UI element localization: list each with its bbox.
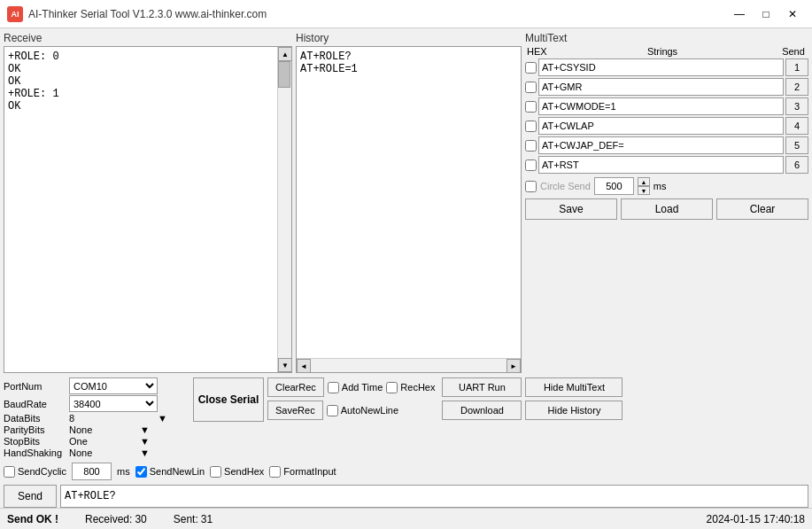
send-options-row: SendCyclic ms SendNewLin SendHex FormatI… bbox=[4, 463, 808, 480]
title-bar: AI AI-Thinker Serial Tool V1.2.3.0 www.a… bbox=[0, 0, 812, 28]
mt-row-4-checkbox[interactable] bbox=[525, 140, 537, 152]
history-panel: History ◄ ► bbox=[296, 32, 522, 373]
history-label: History bbox=[296, 32, 522, 44]
paritybits-row: ParityBits None ▼ bbox=[4, 424, 189, 435]
status-bar: Send OK ! Received: 30 Sent: 31 2024-01-… bbox=[0, 508, 812, 529]
received-value: 30 bbox=[135, 513, 146, 525]
paritybits-label: ParityBits bbox=[4, 424, 69, 435]
download-button[interactable]: Download bbox=[442, 401, 522, 420]
sent-label: Sent: bbox=[174, 513, 198, 525]
window-controls: — □ ✕ bbox=[727, 4, 805, 24]
speed-spinner: ▲ ▼ bbox=[638, 177, 650, 195]
receive-panel: Receive ▲ ▼ bbox=[4, 32, 292, 373]
databits-label: DataBits bbox=[4, 413, 69, 424]
mt-row-1-input[interactable] bbox=[538, 78, 784, 96]
hscroll-track bbox=[311, 359, 507, 372]
mt-row-3-input[interactable] bbox=[538, 117, 784, 135]
circle-speed-input[interactable] bbox=[594, 177, 634, 195]
databits-arrow: ▼ bbox=[158, 413, 167, 424]
port-settings: PortNum COM10 BaudRate 38400 DataBits 8 … bbox=[4, 377, 189, 458]
sendhex-checkbox[interactable] bbox=[210, 466, 221, 478]
minimize-button[interactable]: — bbox=[727, 4, 752, 24]
save-button[interactable]: Save bbox=[525, 198, 617, 220]
send-input[interactable] bbox=[60, 485, 808, 508]
mt-rows: 1 2 3 4 5 6 bbox=[525, 58, 808, 174]
right-bottom-row: Download Hide History bbox=[442, 401, 623, 420]
mt-row-3-checkbox[interactable] bbox=[525, 121, 537, 132]
speed-down-btn[interactable]: ▼ bbox=[638, 186, 650, 195]
clear-button[interactable]: Clear bbox=[716, 198, 808, 220]
mt-row-5-send-btn[interactable]: 6 bbox=[785, 156, 808, 174]
mt-row-5-input[interactable] bbox=[538, 156, 784, 174]
app-logo: AI bbox=[7, 6, 23, 22]
handshaking-arrow: ▼ bbox=[140, 447, 150, 458]
right-top-row: UART Run Hide MultiText bbox=[442, 377, 623, 397]
uart-run-button[interactable]: UART Run bbox=[442, 377, 522, 397]
right-buttons: UART Run Hide MultiText Download Hide Hi… bbox=[442, 377, 623, 420]
rec-top-row: ClearRec Add Time RecHex bbox=[267, 377, 435, 397]
sendhex-label: SendHex bbox=[210, 466, 264, 478]
scroll-thumb bbox=[278, 61, 290, 88]
sendnewlin-checkbox[interactable] bbox=[135, 466, 147, 478]
circle-send-checkbox[interactable] bbox=[525, 181, 537, 192]
formatinput-label: FormatInput bbox=[269, 466, 336, 478]
portnum-row: PortNum COM10 bbox=[4, 377, 189, 394]
close-serial-button[interactable]: Close Serial bbox=[193, 377, 264, 422]
stopbits-row: StopBits One ▼ bbox=[4, 436, 189, 447]
autonewline-checkbox[interactable] bbox=[327, 405, 338, 416]
circle-send-label: Circle Send bbox=[540, 181, 591, 191]
mt-row-2-send-btn[interactable]: 3 bbox=[785, 97, 808, 115]
hide-history-button[interactable]: Hide History bbox=[525, 401, 623, 420]
portnum-label: PortNum bbox=[4, 381, 69, 392]
mid-row: PortNum COM10 BaudRate 38400 DataBits 8 … bbox=[4, 377, 808, 458]
rechex-label: RecHex bbox=[386, 382, 435, 393]
rec-bottom-row: SaveRec AutoNewLine bbox=[267, 401, 435, 420]
sendcyclic-checkbox[interactable] bbox=[4, 466, 15, 478]
mt-row-2-input[interactable] bbox=[538, 97, 784, 115]
receive-textarea[interactable] bbox=[4, 47, 277, 372]
datetime: 2024-01-15 17:40:18 bbox=[707, 513, 805, 525]
stopbits-arrow: ▼ bbox=[140, 436, 150, 447]
send-col-header: Send bbox=[780, 46, 807, 57]
speed-up-btn[interactable]: ▲ bbox=[638, 177, 650, 186]
mt-row-1-send-btn[interactable]: 2 bbox=[785, 78, 808, 96]
receive-scrollbar[interactable]: ▲ ▼ bbox=[277, 47, 291, 372]
mt-row-0-input[interactable] bbox=[538, 58, 784, 76]
scroll-up-btn[interactable]: ▲ bbox=[278, 47, 292, 61]
saverec-button[interactable]: SaveRec bbox=[267, 401, 323, 420]
clearrec-button[interactable]: ClearRec bbox=[267, 377, 324, 397]
close-serial-container: Close Serial bbox=[193, 377, 264, 422]
mt-row-1-checkbox[interactable] bbox=[525, 82, 537, 93]
formatinput-checkbox[interactable] bbox=[269, 466, 281, 478]
databits-value: 8 bbox=[69, 413, 140, 424]
send-button[interactable]: Send bbox=[4, 485, 57, 508]
rec-controls: ClearRec Add Time RecHex SaveRec AutoNew… bbox=[267, 377, 435, 420]
handshaking-value: None bbox=[69, 447, 122, 458]
mt-row-3-send-btn[interactable]: 4 bbox=[785, 117, 808, 135]
mt-row-0-send-btn[interactable]: 1 bbox=[785, 58, 808, 76]
send-input-row: Send bbox=[4, 485, 808, 508]
portnum-select[interactable]: COM10 bbox=[69, 377, 158, 394]
hscroll-left-btn[interactable]: ◄ bbox=[297, 359, 311, 373]
received-label: Received: bbox=[85, 513, 132, 525]
mt-row-5-checkbox[interactable] bbox=[525, 159, 537, 171]
mt-row-4-input[interactable] bbox=[538, 136, 784, 154]
receive-label: Receive bbox=[4, 32, 292, 44]
addtime-checkbox[interactable] bbox=[328, 382, 339, 393]
cyclic-value-input[interactable] bbox=[72, 463, 112, 480]
maximize-button[interactable]: □ bbox=[754, 4, 778, 24]
baudrate-select[interactable]: 38400 bbox=[69, 395, 158, 412]
hide-multitext-button[interactable]: Hide MultiText bbox=[525, 377, 623, 397]
scroll-track bbox=[278, 61, 291, 358]
close-button[interactable]: ✕ bbox=[780, 4, 805, 24]
mt-row-2-checkbox[interactable] bbox=[525, 101, 537, 113]
history-textarea[interactable] bbox=[297, 47, 521, 358]
mt-row-0-checkbox[interactable] bbox=[525, 62, 537, 74]
scroll-down-btn[interactable]: ▼ bbox=[278, 358, 292, 372]
load-button[interactable]: Load bbox=[621, 198, 713, 220]
mt-row-4: 5 bbox=[525, 136, 808, 154]
circle-send-row: Circle Send ▲ ▼ ms bbox=[525, 177, 808, 195]
mt-row-4-send-btn[interactable]: 5 bbox=[785, 136, 808, 154]
hscroll-right-btn[interactable]: ► bbox=[507, 359, 521, 373]
rechex-checkbox[interactable] bbox=[386, 382, 398, 393]
